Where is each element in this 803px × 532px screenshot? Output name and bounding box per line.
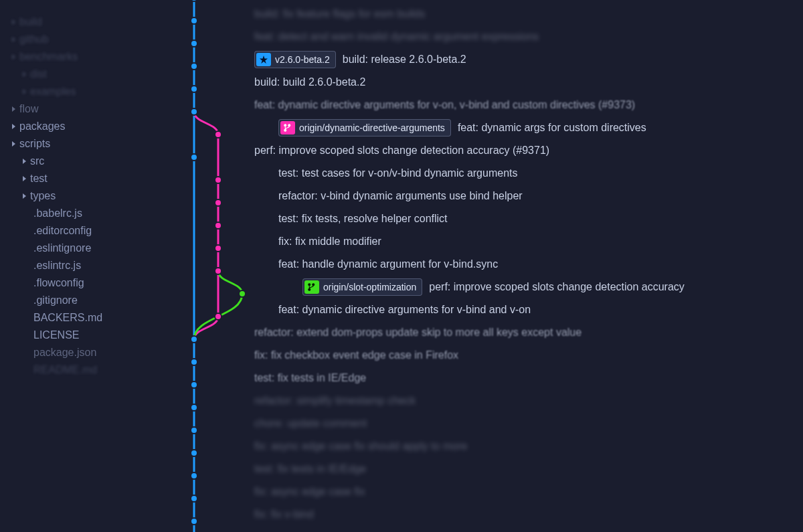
- tree-item-label: .eslintrc.js: [33, 260, 81, 272]
- commit-message: perf: improve scoped slots change detect…: [254, 145, 549, 157]
- folder-item[interactable]: src: [7, 153, 147, 170]
- commit-row[interactable]: feat: handle dynamic argument for v-bind…: [248, 253, 803, 276]
- svg-point-13: [215, 245, 221, 252]
- commit-message: build: release 2.6.0-beta.2: [343, 54, 466, 66]
- file-item[interactable]: README.md: [7, 361, 147, 379]
- commit-message: fix: fix middle modifier: [278, 236, 381, 248]
- commit-row[interactable]: perf: improve scoped slots change detect…: [248, 139, 803, 162]
- branch-icon: [280, 121, 295, 135]
- commit-row[interactable]: fix: async edge case fix: [248, 480, 803, 503]
- svg-point-7: [191, 108, 197, 115]
- folder-item[interactable]: scripts: [7, 135, 147, 153]
- chevron-right-icon: [23, 159, 26, 164]
- commit-message: fix: fix v-bind: [254, 509, 314, 521]
- commit-message: build: build 2.6.0-beta.2: [254, 76, 365, 88]
- commit-row[interactable]: chore: update comment: [248, 412, 803, 435]
- folder-item[interactable]: packages: [7, 118, 147, 135]
- commit-row[interactable]: test: fix tests in IE/Edge: [248, 458, 803, 480]
- chevron-right-icon: [23, 89, 26, 94]
- tree-item-label: dist: [30, 68, 47, 80]
- folder-item[interactable]: github: [7, 31, 147, 48]
- folder-item[interactable]: flow: [7, 100, 147, 118]
- chevron-right-icon: [23, 72, 26, 77]
- tree-item-label: src: [30, 155, 44, 167]
- svg-point-15: [239, 290, 246, 297]
- commit-history-panel: build: build 2.6.0-beta.2build: fix feat…: [154, 0, 803, 532]
- svg-point-12: [215, 222, 221, 229]
- tree-item-label: test: [30, 173, 48, 185]
- commit-message: feat: dynamic directive arguments for v-…: [278, 304, 531, 316]
- commit-row[interactable]: test: fix tests, resolve helper conflict: [248, 207, 803, 230]
- svg-point-6: [191, 86, 197, 92]
- svg-point-23: [191, 472, 197, 479]
- file-item[interactable]: .babelrc.js: [7, 205, 147, 222]
- commit-row[interactable]: refactor: v-bind dynamic arguments use b…: [248, 185, 803, 207]
- tag-icon: [256, 53, 271, 66]
- tree-item-label: flow: [19, 103, 38, 115]
- tree-item-label: README.md: [33, 364, 97, 376]
- commit-message: feat: dynamic args for custom directives: [458, 122, 646, 134]
- commit-row[interactable]: build: fix feature flags for esm builds: [248, 3, 803, 25]
- commit-row[interactable]: test: test cases for v-on/v-bind dynamic…: [248, 162, 803, 185]
- branch-icon: [304, 280, 319, 294]
- folder-item[interactable]: dist: [7, 66, 147, 83]
- svg-point-25: [191, 518, 197, 525]
- svg-point-19: [191, 381, 197, 388]
- commit-row[interactable]: fix: fix middle modifier: [248, 230, 803, 253]
- file-item[interactable]: .flowconfig: [7, 274, 147, 292]
- tree-item-label: LICENSE: [33, 329, 79, 341]
- chevron-right-icon: [12, 19, 15, 25]
- tree-item-label: .gitignore: [33, 294, 78, 306]
- tree-item-label: BACKERS.md: [33, 312, 102, 324]
- commit-row[interactable]: fix: fix v-bind: [248, 503, 803, 526]
- commit-row[interactable]: refactor: simplify timestamp check: [248, 389, 803, 412]
- tree-item-label: benchmarks: [19, 51, 78, 63]
- commit-row[interactable]: origin/slot-optimizationperf: improve sc…: [248, 276, 803, 298]
- tree-item-label: scripts: [19, 138, 50, 150]
- folder-item[interactable]: benchmarks: [7, 48, 147, 66]
- file-item[interactable]: .editorconfig: [7, 222, 147, 240]
- commit-row[interactable]: feat: dynamic directive arguments for v-…: [248, 94, 803, 116]
- commit-message: build: fix feature flags for esm builds: [254, 8, 425, 20]
- commit-message: feat: dynamic directive arguments for v-…: [254, 99, 635, 111]
- folder-item[interactable]: examples: [7, 83, 147, 100]
- file-item[interactable]: package.json: [7, 344, 147, 361]
- svg-point-20: [191, 404, 197, 411]
- commit-row[interactable]: fix: async edge case fix should apply to…: [248, 435, 803, 458]
- commit-row[interactable]: origin/dynamic-directive-argumentsfeat: …: [248, 116, 803, 139]
- commit-message: test: fix tests in IE/Edge: [254, 372, 366, 384]
- chevron-right-icon: [12, 54, 15, 60]
- svg-point-10: [215, 177, 221, 183]
- file-item[interactable]: .gitignore: [7, 292, 147, 309]
- commit-message: refactor: simplify timestamp check: [254, 395, 416, 407]
- commit-row[interactable]: refactor: extend dom-props update skip t…: [248, 321, 803, 344]
- svg-point-18: [191, 359, 197, 365]
- commit-row[interactable]: test: fix tests in IE/Edge: [248, 367, 803, 389]
- svg-point-24: [191, 495, 197, 502]
- branch-tag[interactable]: origin/slot-optimization: [302, 278, 422, 296]
- svg-point-3: [191, 17, 197, 24]
- commit-row[interactable]: feat: detect and warn invalid dynamic ar…: [248, 25, 803, 48]
- commit-row[interactable]: build: build 2.6.0-beta.2: [248, 71, 803, 94]
- file-item[interactable]: .eslintignore: [7, 240, 147, 257]
- file-item[interactable]: .eslintrc.js: [7, 257, 147, 274]
- tree-item-label: types: [30, 190, 56, 202]
- branch-tag[interactable]: origin/dynamic-directive-arguments: [278, 119, 451, 137]
- file-item[interactable]: BACKERS.md: [7, 309, 147, 327]
- commit-row[interactable]: fix: fix checkbox event edge case in Fir…: [248, 344, 803, 367]
- commit-row[interactable]: v2.6.0-beta.2build: release 2.6.0-beta.2: [248, 48, 803, 71]
- tree-item-label: .babelrc.js: [33, 207, 82, 219]
- tree-item-label: package.json: [33, 347, 96, 359]
- commit-message: feat: detect and warn invalid dynamic ar…: [254, 31, 539, 43]
- file-item[interactable]: LICENSE: [7, 327, 147, 344]
- folder-item[interactable]: build: [7, 13, 147, 31]
- release-tag[interactable]: v2.6.0-beta.2: [254, 51, 336, 68]
- chevron-right-icon: [12, 141, 15, 147]
- folder-item[interactable]: test: [7, 170, 147, 187]
- svg-point-5: [191, 63, 197, 70]
- tree-item-label: .eslintignore: [33, 242, 91, 254]
- folder-item[interactable]: types: [7, 187, 147, 205]
- svg-point-8: [215, 131, 221, 138]
- commit-row[interactable]: feat: dynamic directive arguments for v-…: [248, 298, 803, 321]
- svg-point-4: [191, 40, 197, 47]
